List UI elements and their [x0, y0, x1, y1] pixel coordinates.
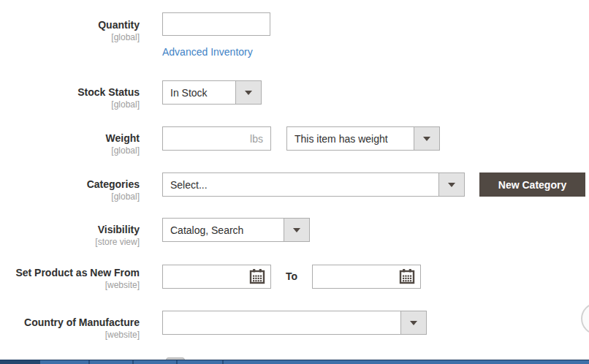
taskbar-strip[interactable] — [0, 360, 589, 364]
country-label: Country of Manufacture — [24, 316, 140, 329]
taskbar-separator — [176, 360, 178, 364]
weight-switcher-value: This item has weight — [287, 127, 414, 150]
quantity-input[interactable] — [162, 12, 270, 36]
weight-switcher-select[interactable]: This item has weight — [286, 126, 440, 151]
stock-status-label: Stock Status — [77, 86, 140, 99]
weight-input-wrap: lbs — [162, 126, 271, 151]
field-label-stock-status: Stock Status [global] — [77, 86, 140, 110]
chevron-down-icon — [235, 81, 261, 104]
quantity-label: Quantity — [98, 19, 140, 31]
categories-scope-hint: [global] — [87, 192, 140, 202]
product-details-form: Quantity [global] Advanced Inventory Sto… — [0, 0, 589, 364]
weight-input[interactable] — [163, 127, 250, 150]
country-of-manufacture-select[interactable] — [162, 311, 427, 335]
chevron-down-icon — [414, 127, 439, 150]
quantity-scope-hint: [global] — [98, 32, 140, 43]
stock-status-value: In Stock — [163, 81, 235, 104]
stock-status-select[interactable]: In Stock — [162, 80, 262, 105]
weight-label: Weight — [106, 132, 140, 145]
visibility-scope-hint: [store view] — [95, 237, 140, 248]
field-label-quantity: Quantity [global] — [98, 19, 140, 43]
chevron-down-icon — [438, 173, 464, 196]
chevron-down-icon — [400, 311, 426, 334]
visibility-value: Catalog, Search — [163, 219, 284, 241]
new-to-date-wrap — [312, 265, 421, 289]
categories-value: Select... — [163, 173, 438, 196]
floating-widget-partial[interactable] — [581, 303, 589, 335]
visibility-select[interactable]: Catalog, Search — [162, 218, 310, 242]
country-scope-hint: [website] — [24, 330, 140, 341]
categories-label: Categories — [87, 178, 140, 191]
country-value — [163, 311, 400, 334]
field-label-categories: Categories [global] — [87, 178, 140, 202]
field-label-weight: Weight [global] — [106, 132, 140, 156]
calendar-icon[interactable] — [399, 268, 415, 287]
categories-select[interactable]: Select... — [162, 172, 465, 197]
taskbar-separator — [88, 360, 90, 364]
taskbar-start-segment[interactable] — [0, 360, 40, 364]
field-label-visibility: Visibility [store view] — [95, 224, 140, 248]
advanced-inventory-link[interactable]: Advanced Inventory — [162, 46, 253, 58]
set-new-label: Set Product as New From — [15, 267, 140, 279]
visibility-label: Visibility — [95, 224, 140, 236]
set-new-scope-hint: [website] — [15, 280, 140, 291]
stock-status-scope-hint: [global] — [77, 99, 140, 110]
new-from-date-wrap — [162, 265, 271, 289]
calendar-icon[interactable] — [249, 268, 265, 287]
date-range-to-label: To — [286, 270, 297, 282]
chevron-down-icon — [284, 219, 309, 241]
field-label-country-of-manufacture: Country of Manufacture [website] — [24, 316, 140, 341]
new-category-button[interactable]: New Category — [479, 172, 585, 197]
weight-unit-suffix: lbs — [250, 133, 270, 145]
taskbar-separator — [222, 360, 224, 364]
weight-scope-hint: [global] — [106, 145, 140, 156]
field-label-set-product-as-new: Set Product as New From [website] — [15, 267, 140, 291]
taskbar-separator — [132, 360, 134, 364]
